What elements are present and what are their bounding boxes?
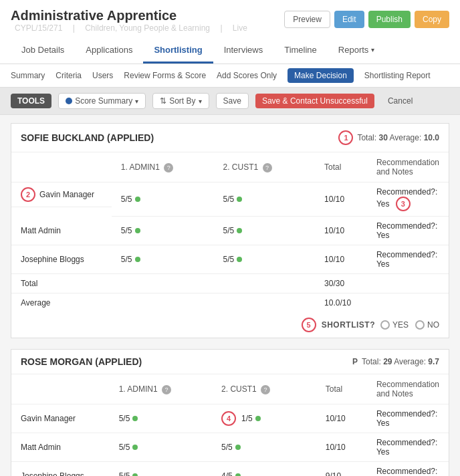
score-indicator-icon (237, 257, 242, 262)
cust-score-cell: 5/5 (213, 217, 315, 245)
total-cell: 10/10 (315, 183, 367, 217)
total-cell: 10/10 (316, 433, 367, 462)
subtitle-status: Live (233, 23, 247, 33)
subnav-shortlisting-report[interactable]: Shortlisting Report (364, 68, 431, 83)
col-total-header-2: Total (316, 374, 367, 404)
tab-reports[interactable]: Reports ▾ (328, 38, 386, 64)
cust-score-cell: 5/5 (213, 183, 315, 217)
sort-icon: ⇅ (160, 96, 166, 106)
save-contact-button[interactable]: Save & Contact Unsuccessful (255, 94, 374, 108)
admin-score-cell: 5/5 (112, 245, 214, 274)
shortlist-yes-1[interactable]: YES (380, 320, 409, 330)
total-cell: 10/10 (315, 217, 367, 245)
score-table-2: 1. ADMIN1 ? 2. CUST1 ? Total Recommendat… (11, 374, 449, 476)
pending-badge-2: P (352, 357, 358, 366)
page-title: Administrative Apprentice (11, 8, 251, 23)
table-row: 2 Gavin Manager 5/5 5/5 (11, 183, 449, 217)
applicant-name-1: SOFIE BUCKLAND (APPLIED) (21, 132, 154, 143)
admin-score-cell: 5/5 (112, 183, 214, 217)
main-content: SOFIE BUCKLAND (APPLIED) 1 Total: 30 Ave… (0, 115, 460, 476)
cust-score-cell: 5/5 (212, 433, 316, 462)
col-cust-header-1: 2. CUST1 ? (213, 152, 315, 183)
total-cell: 10.0/10 (315, 293, 367, 313)
cust-info-icon-2[interactable]: ? (261, 385, 270, 394)
table-row: Gavin Manager 5/5 4 1/5 (11, 404, 449, 433)
col-criteria-header-1 (11, 152, 112, 183)
rec-cell: Recommended?: Yes (367, 404, 449, 433)
score-indicator-icon (237, 197, 242, 202)
admin-info-icon-1[interactable]: ? (164, 163, 173, 172)
badge-2: 2 (21, 187, 35, 202)
criteria-cell: Matt Admin (11, 217, 112, 245)
tab-applications[interactable]: Applications (75, 38, 143, 64)
tab-shortlisting[interactable]: Shortlisting (143, 38, 213, 64)
score-summary-radio-icon (66, 98, 72, 104)
subtitle-dept: Children, Young People & Learning (85, 23, 210, 33)
save-button[interactable]: Save (216, 93, 249, 109)
score-indicator-icon (255, 416, 261, 421)
applicant-summary-2: P Total: 29 Average: 9.7 (352, 357, 439, 366)
subnav-add-scores[interactable]: Add Scores Only (217, 68, 277, 83)
col-cust-header-2: 2. CUST1 ? (212, 374, 316, 404)
badge-3: 3 (396, 197, 411, 211)
table-row: Matt Admin 5/5 5/5 10/10 R (11, 433, 449, 462)
tab-job-details[interactable]: Job Details (11, 38, 75, 64)
subnav-review-forms[interactable]: Review Forms & Score (124, 68, 206, 83)
score-indicator-icon (235, 473, 241, 476)
table-row: Josephine Bloggs 5/5 5/5 10/10 (11, 245, 449, 274)
criteria-cell: Matt Admin (11, 433, 110, 462)
col-admin-header-2: 1. ADMIN1 ? (110, 374, 212, 404)
score-indicator-icon (132, 416, 138, 421)
subtitle-id: CYPL/15/271 (15, 23, 62, 33)
col-admin-header-1: 1. ADMIN1 ? (112, 152, 214, 183)
edit-button[interactable]: Edit (334, 11, 364, 28)
badge-4: 4 (221, 411, 236, 426)
applicant-header-1: SOFIE BUCKLAND (APPLIED) 1 Total: 30 Ave… (11, 124, 449, 152)
subnav-users[interactable]: Users (92, 68, 113, 83)
table-row: Average 10.0/10 (11, 293, 449, 313)
sort-by-button[interactable]: ⇅ Sort By ▾ (152, 93, 209, 109)
score-indicator-icon (132, 473, 138, 476)
score-indicator-icon (135, 257, 140, 262)
applicant-section-2: ROSE MORGAN (APPLIED) P Total: 29 Averag… (11, 349, 449, 476)
score-indicator-icon (135, 228, 140, 233)
subnav-summary[interactable]: Summary (11, 68, 45, 83)
admin-score-cell: 5/5 (110, 404, 212, 433)
main-nav: Job Details Applications Shortlisting In… (11, 38, 449, 64)
total-cell: 10/10 (315, 245, 367, 274)
subnav-criteria[interactable]: Criteria (55, 68, 82, 83)
sub-navigation: Summary Criteria Users Review Forms & Sc… (0, 64, 460, 88)
tab-interviews[interactable]: Interviews (213, 38, 274, 64)
rec-cell: Recommended?: Yes (367, 433, 449, 462)
total-cell: 30/30 (315, 274, 367, 293)
tab-timeline[interactable]: Timeline (273, 38, 328, 64)
radio-no-icon (415, 320, 425, 330)
applicant-summary-1: 1 Total: 30 Average: 10.0 (338, 130, 439, 145)
score-summary-button[interactable]: Score Summary ▾ (58, 93, 146, 109)
cust-info-icon-1[interactable]: ? (263, 163, 272, 172)
col-rec-header-1: Recommendation and Notes (367, 152, 449, 183)
criteria-cell: Gavin Manager (11, 404, 110, 433)
radio-yes-icon (380, 320, 390, 330)
cancel-button[interactable]: Cancel (381, 94, 419, 108)
preview-button[interactable]: Preview (284, 11, 330, 28)
subnav-make-decision[interactable]: Make Decision (288, 68, 354, 83)
publish-button[interactable]: Publish (368, 11, 411, 28)
tools-bar: TOOLS Score Summary ▾ ⇅ Sort By ▾ Save S… (0, 88, 460, 115)
applicant-section-1: SOFIE BUCKLAND (APPLIED) 1 Total: 30 Ave… (11, 123, 449, 338)
applicant-header-2: ROSE MORGAN (APPLIED) P Total: 29 Averag… (11, 350, 449, 374)
divider2: | (220, 23, 222, 33)
table-row: Josephine Bloggs 5/5 4/5 9/10 (11, 462, 449, 477)
applicant-name-2: ROSE MORGAN (APPLIED) (21, 356, 142, 367)
app-subtitle: CYPL/15/271 | Children, Young People & L… (11, 23, 251, 33)
cust-score-cell: 4 1/5 (212, 404, 316, 433)
badge-5: 5 (302, 318, 316, 332)
copy-button[interactable]: Copy (415, 11, 449, 28)
admin-info-icon-2[interactable]: ? (162, 385, 171, 394)
admin-score-cell: 5/5 (112, 217, 214, 245)
divider: | (73, 23, 75, 33)
rec-cell: Recommended?: Yes (367, 245, 449, 274)
cust-score-cell: 4/5 (212, 462, 316, 477)
score-table-1: 1. ADMIN1 ? 2. CUST1 ? Total Recommendat… (11, 152, 449, 312)
shortlist-no-1[interactable]: NO (415, 320, 439, 330)
